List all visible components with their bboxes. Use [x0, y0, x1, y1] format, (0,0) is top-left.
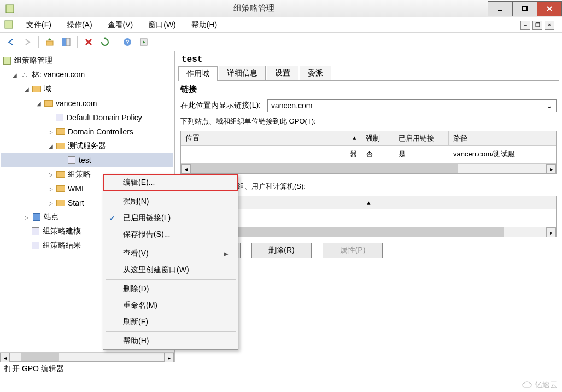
tree-default-policy[interactable]: Default Domain Policy	[1, 110, 173, 125]
cm-enforced[interactable]: 强制(N)	[103, 194, 238, 210]
cm-new-window[interactable]: 从这里创建窗口(W)	[103, 262, 238, 278]
tabs: 作用域 详细信息 设置 委派	[178, 66, 559, 81]
statusbar: 打开 GPO 编辑器	[0, 362, 562, 375]
minimize-button[interactable]	[488, 1, 513, 16]
chevron-right-icon[interactable]: ▷	[47, 171, 55, 178]
tree-domain-label: vancen.com	[56, 99, 97, 108]
scroll-right-button[interactable]: ▸	[164, 353, 174, 362]
tree-dc-label: Domain Controllers	[68, 127, 133, 136]
cm-link-enabled[interactable]: ✓已启用链接(L)	[103, 210, 238, 226]
col-path[interactable]: 路径	[449, 131, 556, 145]
menu-view[interactable]: 查看(V)	[100, 19, 141, 32]
tree-ou[interactable]: ◢测试服务器	[1, 139, 173, 153]
tree-gpo2-label: 组策略	[68, 169, 91, 179]
tree-modeling-label: 组策略建模	[43, 226, 81, 236]
tree-gpo-test[interactable]: test	[1, 153, 173, 167]
chevron-right-icon[interactable]: ▷	[23, 213, 31, 221]
watermark: 亿速云	[522, 380, 558, 390]
cm-refresh[interactable]: 刷新(F)	[103, 314, 238, 330]
up-button[interactable]	[42, 35, 57, 49]
context-menu: 编辑(E)... 强制(N) ✓已启用链接(L) 保存报告(S)... 查看(V…	[103, 174, 238, 350]
tree-sites-label: 站点	[44, 212, 59, 222]
cm-help[interactable]: 帮助(H)	[103, 333, 238, 349]
tree-results-label: 组策略结果	[43, 241, 81, 250]
tree-forest-label: 林: vancen.com	[32, 70, 85, 80]
scroll-left-button[interactable]: ◂	[0, 353, 10, 362]
scroll-thumb[interactable]	[191, 164, 458, 173]
back-button[interactable]	[3, 35, 19, 49]
mdi-close[interactable]: ×	[545, 21, 554, 30]
chevron-down-icon[interactable]: ◢	[47, 142, 55, 150]
remove-button[interactable]: 删除(R)	[251, 243, 312, 258]
tree-root[interactable]: 组策略管理	[1, 54, 173, 68]
svg-rect-6	[46, 41, 53, 45]
chevron-down-icon[interactable]: ◢	[23, 85, 31, 93]
cloud-icon	[522, 381, 532, 389]
tree-domains[interactable]: ◢域	[1, 82, 173, 96]
window-controls	[488, 1, 562, 16]
menu-file[interactable]: 文件(F)	[19, 19, 59, 32]
cm-rename[interactable]: 重命名(M)	[103, 297, 238, 314]
chevron-down-icon: ⌄	[546, 101, 553, 110]
properties-button[interactable]: 属性(P)	[323, 243, 383, 258]
col-location[interactable]: 位置▴	[181, 131, 361, 145]
grid-hscroll[interactable]: ◂ ▸	[181, 163, 556, 173]
cell-location: 器	[181, 146, 361, 163]
tab-details[interactable]: 详细信息	[219, 66, 266, 80]
svg-rect-5	[5, 21, 13, 28]
titlebar: 组策略管理	[0, 0, 562, 17]
grid-row[interactable]: 器 否 是 vancen.com/测试服	[181, 146, 556, 163]
tree-domain[interactable]: ◢vancen.com	[1, 96, 173, 110]
tree-forest[interactable]: ◢⛬林: vancen.com	[1, 68, 173, 82]
scroll-left-button[interactable]: ◂	[181, 164, 191, 174]
chevron-down-icon[interactable]: ◢	[35, 100, 43, 107]
cm-save-report[interactable]: 保存报告(S)...	[103, 226, 238, 243]
svg-rect-7	[62, 38, 66, 46]
cell-path: vancen.com/测试服	[449, 146, 556, 163]
chevron-right-icon[interactable]: ▷	[47, 199, 55, 207]
cell-enforced: 否	[361, 146, 394, 163]
refresh-button[interactable]	[97, 35, 113, 49]
location-combo-value: vancen.com	[271, 101, 312, 110]
app-icon	[4, 3, 15, 14]
close-button[interactable]	[537, 1, 562, 16]
tree-dc[interactable]: ▷Domain Controllers	[1, 125, 173, 139]
col-enforced[interactable]: 强制	[361, 131, 394, 145]
chevron-right-icon[interactable]: ▷	[47, 128, 55, 136]
help-button[interactable]: ?	[120, 35, 135, 49]
gpo-title: test	[178, 54, 559, 66]
status-text: 打开 GPO 编辑器	[4, 364, 64, 374]
grid-header: 位置▴ 强制 已启用链接 路径	[181, 131, 556, 146]
col-link-enabled[interactable]: 已启用链接	[394, 131, 449, 145]
chevron-right-icon[interactable]: ▷	[47, 185, 55, 192]
mdi-restore[interactable]: ❐	[532, 21, 542, 30]
cm-edit[interactable]: 编辑(E)...	[103, 174, 238, 191]
sort-indicator: ▴	[353, 133, 356, 143]
mmc-icon	[4, 20, 14, 30]
links-desc: 下列站点、域和组织单位链接到此 GPO(T):	[180, 116, 557, 126]
show-hide-tree-button[interactable]	[58, 35, 74, 49]
location-combo[interactable]: vancen.com ⌄	[267, 99, 557, 112]
tab-delegation[interactable]: 委派	[300, 66, 331, 80]
maximize-button[interactable]	[512, 1, 537, 16]
run-button[interactable]	[136, 35, 151, 49]
delete-button[interactable]	[81, 35, 96, 49]
menu-window[interactable]: 窗口(W)	[140, 19, 184, 32]
cm-delete[interactable]: 删除(D)	[103, 281, 238, 297]
tab-settings[interactable]: 设置	[267, 66, 298, 80]
scroll-right-button[interactable]: ▸	[546, 164, 556, 174]
tree-hscroll[interactable]: ◂ ▸	[0, 352, 174, 362]
menu-help[interactable]: 帮助(H)	[184, 19, 225, 32]
scroll-right-button[interactable]: ▸	[546, 227, 556, 237]
tab-scope[interactable]: 作用域	[178, 66, 218, 81]
menu-action[interactable]: 操作(A)	[59, 19, 100, 32]
cm-view[interactable]: 查看(V)▶	[103, 245, 238, 262]
mdi-minimize[interactable]: –	[520, 21, 530, 30]
tree-ou-label: 测试服务器	[68, 141, 106, 151]
scroll-thumb[interactable]	[21, 353, 59, 361]
chevron-down-icon[interactable]: ◢	[11, 71, 19, 79]
tree-default-policy-label: Default Domain Policy	[67, 113, 142, 122]
tree-root-label: 组策略管理	[14, 56, 52, 66]
scroll-track[interactable]	[10, 353, 164, 362]
forward-button[interactable]	[20, 35, 35, 49]
